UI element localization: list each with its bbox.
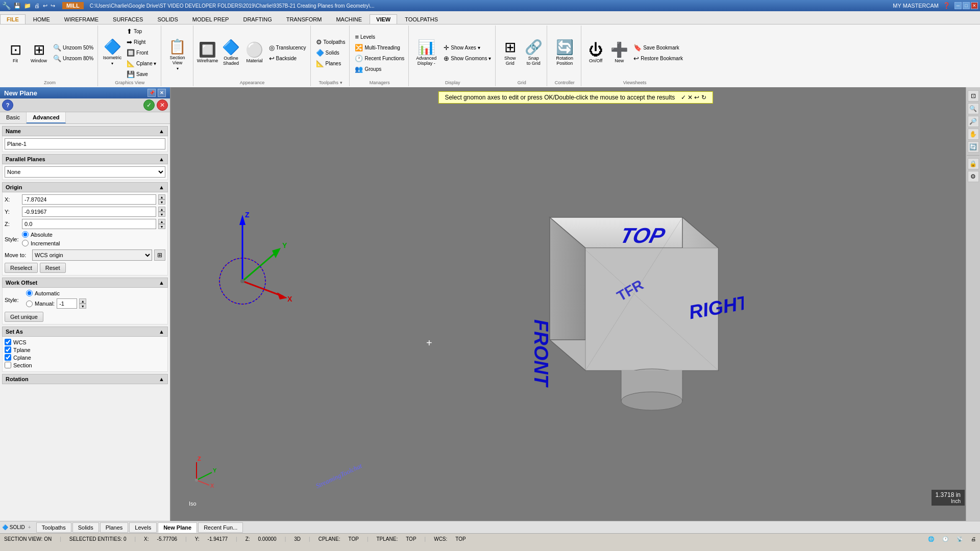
wo-manual-radio[interactable] — [26, 300, 33, 307]
translucency-btn[interactable]: ◎ Translucency — [267, 43, 308, 53]
bottom-tab-solids[interactable]: Solids — [72, 522, 99, 533]
recent-functions-btn[interactable]: 🕐 Recent Functions — [353, 54, 406, 63]
z-down[interactable]: ▼ — [158, 224, 165, 229]
bottom-tab-new-plane[interactable]: New Plane — [158, 522, 197, 533]
save-icon[interactable]: 💾 — [13, 3, 22, 9]
tab-advanced[interactable]: Advanced — [27, 112, 66, 123]
wo-down[interactable]: ▼ — [79, 304, 86, 309]
restore-bookmark-btn[interactable]: ↩ Restore Bookmark — [631, 54, 685, 63]
view-fit-icon[interactable]: ⊡ — [968, 90, 979, 102]
wireframe-btn[interactable]: 🔲 Wireframe — [197, 33, 219, 73]
tab-wireframe[interactable]: WIREFRAME — [58, 14, 105, 24]
zoom-in-icon[interactable]: 🔍 — [968, 103, 979, 114]
window-btn[interactable]: ⊞ Window — [28, 33, 50, 73]
panel-pin-btn[interactable]: 📌 — [148, 89, 156, 97]
origin-header[interactable]: Origin ▲ — [2, 182, 168, 192]
name-section-header[interactable]: Name ▲ — [2, 126, 168, 136]
globe-icon[interactable]: 🌐 — [928, 536, 934, 542]
bottom-tab-toolpaths[interactable]: Toolpaths — [36, 522, 71, 533]
top-btn[interactable]: ⬆ Top — [125, 27, 158, 36]
tab-model-prep[interactable]: MODEL PREP — [186, 14, 236, 24]
wcs-checkbox[interactable] — [5, 339, 11, 345]
panel-help-btn[interactable]: ? — [2, 99, 13, 111]
undo-icon[interactable]: ↩ — [42, 3, 48, 9]
toolpaths-btn[interactable]: ⚙ Toolpaths — [314, 37, 348, 47]
print-icon[interactable]: 🖨 — [33, 3, 41, 9]
panel-close-btn[interactable]: ✕ — [158, 89, 166, 97]
x-up[interactable]: ▲ — [158, 194, 165, 199]
viewport[interactable]: Select gnomon axes to edit or press OK/D… — [171, 87, 980, 521]
y-up[interactable]: ▲ — [158, 207, 165, 212]
show-gnomons-btn[interactable]: ⊕ Show Gnomons ▾ — [442, 54, 493, 63]
incremental-radio-label[interactable]: Incremental — [22, 240, 60, 246]
tab-solids[interactable]: SOLIDS — [151, 14, 184, 24]
cplane-btn[interactable]: 📐 Cplane ▾ — [125, 59, 158, 68]
wo-manual-radio-label[interactable]: Manual: ▲ ▼ — [26, 298, 86, 309]
cplane-row[interactable]: Cplane — [5, 354, 165, 361]
minimize-btn[interactable]: ─ — [954, 2, 962, 9]
bottom-tab-planes[interactable]: Planes — [100, 522, 129, 533]
section-checkbox[interactable] — [5, 362, 11, 368]
right-btn[interactable]: ➡ Right — [125, 37, 158, 47]
new-viewsheet-btn[interactable]: ➕ New — [608, 33, 630, 73]
tab-machine[interactable]: MACHINE — [329, 14, 369, 24]
pan-icon[interactable]: ✋ — [968, 129, 979, 140]
zoom-out-icon[interactable]: 🔎 — [968, 116, 979, 127]
groups-btn[interactable]: 👥 Groups — [353, 64, 406, 74]
tab-transform[interactable]: TRANSFORM — [280, 14, 329, 24]
front-btn[interactable]: 🔲 Front — [125, 48, 158, 58]
wcs-row[interactable]: WCS — [5, 339, 165, 345]
fit-btn[interactable]: ⊡ Fit — [4, 33, 27, 73]
tplane-row[interactable]: Tplane — [5, 346, 165, 353]
bottom-tab-recent-fun[interactable]: Recent Fun... — [198, 522, 243, 533]
tab-drafting[interactable]: DRAFTING — [236, 14, 278, 24]
material-btn[interactable]: ⚪ Material — [243, 33, 266, 73]
multi-threading-btn[interactable]: 🔀 Multi-Threading — [353, 43, 406, 53]
move-to-icon-btn[interactable]: ⊞ — [154, 249, 165, 261]
levels-btn[interactable]: ≡ Levels — [353, 32, 406, 42]
redo-icon[interactable]: ↪ — [50, 3, 56, 9]
incremental-radio[interactable] — [22, 240, 29, 246]
work-offset-header[interactable]: Work Offset ▲ — [2, 278, 168, 288]
show-axes-btn[interactable]: ✛ Show Axes ▾ — [442, 43, 493, 53]
settings-icon[interactable]: ⚙ — [968, 171, 979, 182]
panel-ok-btn[interactable]: ✓ — [143, 99, 155, 111]
lock-icon[interactable]: 🔒 — [968, 158, 979, 169]
panel-cancel-btn[interactable]: ✕ — [157, 99, 168, 111]
rotate-icon[interactable]: 🔄 — [968, 141, 979, 153]
advanced-display-btn[interactable]: 📊 Advanced Display - — [412, 33, 440, 73]
open-icon[interactable]: 📁 — [23, 3, 32, 9]
tab-basic[interactable]: Basic — [0, 112, 27, 123]
outline-shaded-btn[interactable]: 🔷 Outline Shaded — [220, 33, 242, 73]
rotation-header[interactable]: Rotation ▲ — [2, 374, 168, 384]
set-as-header[interactable]: Set As ▲ — [2, 327, 168, 337]
get-unique-btn[interactable]: Get unique — [5, 312, 43, 322]
rotation-position-btn[interactable]: 🔄 Rotation Position — [550, 33, 579, 73]
absolute-radio-label[interactable]: Absolute — [22, 231, 60, 238]
parallel-planes-header[interactable]: Parallel Planes ▲ — [2, 154, 168, 164]
planes-btn[interactable]: 📐 Planes — [314, 59, 348, 68]
backside-btn[interactable]: ↩ Backside — [267, 54, 308, 63]
save-view-btn[interactable]: 💾 Save — [125, 69, 158, 79]
tab-home[interactable]: HOME — [27, 14, 57, 24]
x-down[interactable]: ▼ — [158, 199, 165, 205]
tab-file[interactable]: FILE — [0, 14, 26, 24]
section-row[interactable]: Section — [5, 362, 165, 368]
tab-view[interactable]: VIEW — [370, 14, 397, 24]
isometric-btn[interactable]: 🔷 Isometric ▾ — [101, 33, 124, 73]
unzoom50-btn[interactable]: 🔍 Unzoom 50% — [51, 43, 95, 53]
help-icon[interactable]: ❓ — [943, 2, 950, 9]
move-to-select[interactable]: WCS origin — [32, 249, 152, 261]
reselect-btn[interactable]: Reselect — [5, 263, 38, 273]
snap-to-grid-btn[interactable]: 🔗 Snap to Grid — [522, 33, 545, 73]
show-grid-btn[interactable]: ⊞ Show Grid — [499, 33, 521, 73]
tab-surfaces[interactable]: SURFACES — [106, 14, 150, 24]
wo-auto-radio-label[interactable]: Automatic — [26, 290, 86, 296]
reset-btn[interactable]: Reset — [40, 263, 66, 273]
maximize-btn[interactable]: □ — [963, 2, 970, 9]
cplane-checkbox[interactable] — [5, 354, 11, 361]
plus-tab[interactable]: + — [28, 524, 31, 530]
parallel-planes-select[interactable]: None — [5, 166, 165, 178]
z-up[interactable]: ▲ — [158, 219, 165, 224]
save-bookmark-btn[interactable]: 🔖 Save Bookmark — [631, 43, 685, 53]
